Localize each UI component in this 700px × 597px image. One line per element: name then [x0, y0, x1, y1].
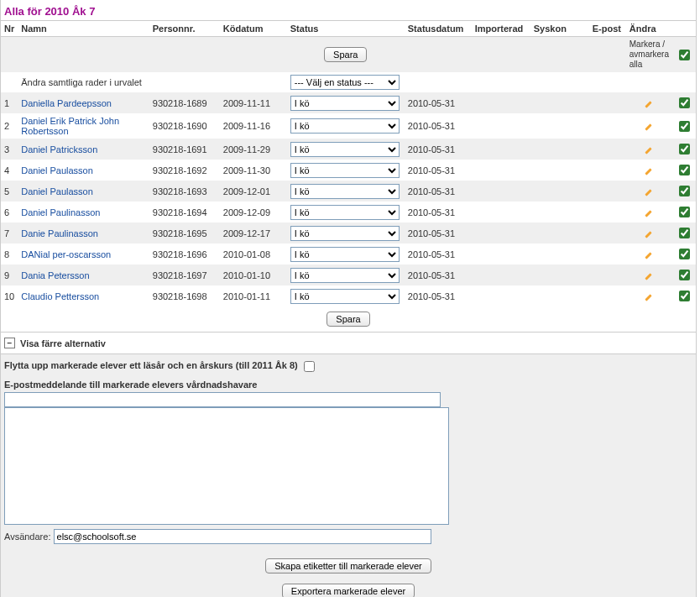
cell-syskon	[530, 181, 589, 202]
row-checkbox[interactable]	[679, 228, 690, 238]
save-button-middle[interactable]: Spara	[326, 312, 369, 327]
edit-icon[interactable]	[644, 186, 654, 196]
export-row: Exportera markerade elever	[1, 579, 696, 597]
row-status-select[interactable]: I kö	[290, 118, 400, 134]
cell-epost	[589, 202, 626, 223]
row-checkbox[interactable]	[679, 165, 690, 175]
cell-kodatum: 2010-01-11	[220, 285, 287, 306]
bulk-status-select[interactable]: --- Välj en status ---	[290, 75, 400, 90]
edit-icon[interactable]	[644, 165, 654, 175]
edit-icon[interactable]	[644, 207, 654, 217]
student-name-link[interactable]: Daniel Patricksson	[21, 144, 97, 154]
row-checkbox[interactable]	[679, 249, 690, 259]
collapse-toggle[interactable]: −	[4, 338, 15, 348]
student-name-link[interactable]: DANial per-oscarsson	[21, 249, 111, 259]
edit-icon[interactable]	[644, 144, 654, 154]
cell-kodatum: 2009-12-09	[220, 202, 287, 223]
create-labels-button[interactable]: Skapa etiketter till markerade elever	[265, 558, 431, 573]
labels-row: Skapa etiketter till markerade elever	[1, 553, 696, 579]
cell-kodatum: 2010-01-10	[220, 264, 287, 285]
table-row: 8DANial per-oscarsson930218-16962010-01-…	[1, 244, 696, 264]
cell-syskon	[530, 139, 589, 160]
row-status-select[interactable]: I kö	[290, 289, 400, 304]
row-status-select[interactable]: I kö	[290, 226, 400, 241]
cell-nr: 8	[1, 244, 18, 264]
cell-statusdatum: 2010-05-31	[405, 160, 472, 181]
export-button[interactable]: Exportera markerade elever	[282, 584, 415, 597]
col-status: Status	[287, 21, 405, 37]
cell-nr: 4	[1, 160, 18, 181]
row-status-select[interactable]: I kö	[290, 205, 400, 220]
cell-epost	[589, 244, 626, 264]
row-checkbox[interactable]	[679, 270, 690, 280]
page-title: Alla för 2010 Åk 7	[1, 0, 696, 21]
row-checkbox[interactable]	[679, 186, 690, 196]
cell-personnr: 930218-1698	[149, 285, 220, 306]
cell-nr: 3	[1, 139, 18, 160]
bulk-edit-row: Ändra samtliga rader i urvalet --- Välj …	[1, 72, 696, 92]
cell-epost	[589, 264, 626, 285]
move-up-label: Flytta upp markerade elever ett läsår oc…	[4, 360, 298, 370]
mid-save-row: Spara	[1, 306, 696, 332]
mark-all-checkbox[interactable]	[679, 50, 690, 60]
cell-importerad	[472, 264, 530, 285]
row-status-select[interactable]: I kö	[290, 247, 400, 262]
cell-nr: 7	[1, 223, 18, 244]
cell-importerad	[472, 181, 530, 202]
edit-icon[interactable]	[644, 249, 654, 259]
cell-personnr: 930218-1693	[149, 181, 220, 202]
row-status-select[interactable]: I kö	[290, 163, 400, 178]
cell-statusdatum: 2010-05-31	[405, 202, 472, 223]
edit-icon[interactable]	[644, 120, 654, 130]
row-status-select[interactable]: I kö	[290, 184, 400, 199]
row-checkbox[interactable]	[679, 144, 690, 154]
cell-statusdatum: 2010-05-31	[405, 244, 472, 264]
cell-kodatum: 2009-12-01	[220, 181, 287, 202]
cell-importerad	[472, 113, 530, 139]
cell-epost	[589, 139, 626, 160]
cell-personnr: 930218-1696	[149, 244, 220, 264]
student-name-link[interactable]: Daniel Erik Patrick John Robertsson	[21, 116, 119, 136]
row-status-select[interactable]: I kö	[290, 268, 400, 283]
cell-syskon	[530, 285, 589, 306]
table-row: 4Daniel Paulasson930218-16922009-11-30I …	[1, 160, 696, 181]
edit-icon[interactable]	[644, 97, 654, 107]
student-name-link[interactable]: Dania Petersson	[21, 270, 89, 280]
cell-personnr: 930218-1691	[149, 139, 220, 160]
options-panel: Flytta upp markerade elever ett läsår oc…	[1, 354, 696, 553]
student-name-link[interactable]: Daniel Paulasson	[21, 186, 93, 196]
col-epost: E-post	[589, 21, 626, 37]
student-name-link[interactable]: Daniella Pardeepsson	[21, 98, 112, 108]
cell-statusdatum: 2010-05-31	[405, 264, 472, 285]
student-name-link[interactable]: Danie Paulinasson	[21, 228, 98, 238]
row-checkbox[interactable]	[679, 291, 690, 301]
student-name-link[interactable]: Claudio Pettersson	[21, 291, 99, 301]
row-checkbox[interactable]	[679, 121, 690, 132]
edit-icon[interactable]	[644, 291, 654, 301]
student-name-link[interactable]: Daniel Paulasson	[21, 165, 93, 175]
row-status-select[interactable]: I kö	[290, 142, 400, 157]
student-name-link[interactable]: Daniel Paulinasson	[21, 207, 100, 217]
email-subject-input[interactable]	[4, 392, 441, 407]
move-up-checkbox[interactable]	[304, 361, 315, 372]
cell-importerad	[472, 223, 530, 244]
cell-epost	[589, 181, 626, 202]
bulk-edit-label: Ändra samtliga rader i urvalet	[18, 72, 287, 92]
table-row: 6Daniel Paulinasson930218-16942009-12-09…	[1, 202, 696, 223]
cell-statusdatum: 2010-05-31	[405, 181, 472, 202]
row-checkbox[interactable]	[679, 97, 690, 108]
students-table: Nr Namn Personnr. Ködatum Status Statusd…	[1, 21, 696, 306]
cell-kodatum: 2009-11-11	[220, 92, 287, 113]
col-personnr: Personnr.	[149, 21, 220, 37]
save-button-top[interactable]: Spara	[324, 47, 367, 62]
email-body-textarea[interactable]	[4, 407, 449, 525]
edit-icon[interactable]	[644, 270, 654, 280]
col-importerad: Importerad	[472, 21, 530, 37]
cell-nr: 9	[1, 264, 18, 285]
sender-input[interactable]	[54, 529, 431, 544]
cell-personnr: 930218-1694	[149, 202, 220, 223]
row-status-select[interactable]: I kö	[290, 96, 400, 111]
row-checkbox[interactable]	[679, 207, 690, 217]
edit-icon[interactable]	[644, 228, 654, 238]
cell-syskon	[530, 160, 589, 181]
